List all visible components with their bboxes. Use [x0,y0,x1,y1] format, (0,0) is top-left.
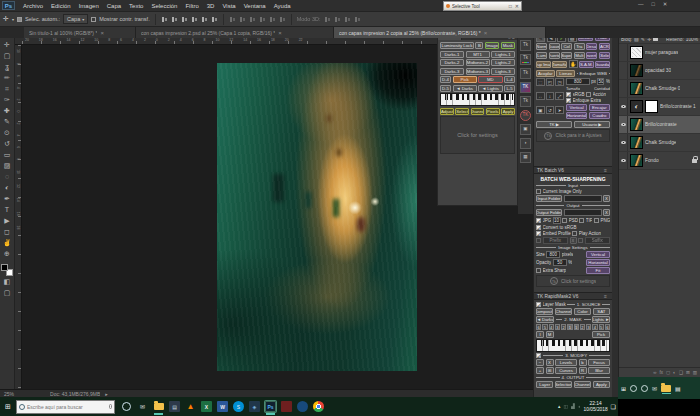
shape-tool[interactable]: ◻ [1,226,14,237]
mask-level-button[interactable]: 4 [592,324,597,330]
mask-view-button[interactable]: M [546,331,554,338]
mask-level-button[interactable]: 5 [599,324,604,330]
brush-tool[interactable]: ✎ [1,116,14,127]
document-icon[interactable]: ▤ [675,385,681,392]
panel-menu-icon[interactable]: ≡ [604,167,609,173]
super-button[interactable]: Super [561,52,572,59]
distribute-center-v-icon[interactable] [239,16,246,23]
darks-mask-button[interactable]: ◄ Darks [536,316,554,323]
mask-level-button[interactable]: 3 [586,324,591,330]
mask-level-button[interactable]: 6 [536,324,541,330]
photoshop-taskbar-icon[interactable]: Ps [265,401,276,412]
mask-level-button[interactable]: 2 [561,324,566,330]
show-transform-checkbox[interactable] [91,17,96,22]
document-tab-active[interactable]: con capas impresion 2 copia al 25% (Bril… [334,27,546,38]
lights-arrow-button[interactable]: ◄ Lights [478,85,502,92]
sat-source-button[interactable]: SAT [593,308,610,315]
visibility-toggle[interactable] [619,62,628,79]
visibility-toggle[interactable] [619,152,628,169]
layer-row-selected[interactable]: Brillo/contraste [619,116,700,134]
frame-panel-icon[interactable]: ▦ [520,152,531,163]
luminosity-keyboard[interactable] [440,93,515,106]
auto-select-target-dropdown[interactable]: Capa▾ [63,14,88,24]
b-button[interactable]: B [475,42,483,49]
new-layer-icon[interactable]: ⊞ [686,370,690,375]
close-icon[interactable]: ✕ [515,3,519,9]
lasso-tool[interactable]: ʓ [1,61,14,72]
layer-mask-checkbox[interactable] [536,302,541,307]
3d-mode-icon[interactable] [334,16,341,23]
tk-panel-icon[interactable]: Tk [520,40,531,51]
new-adjustment-icon[interactable]: ◐ [673,370,676,375]
mult-button[interactable]: Mult [574,52,585,59]
invert-mask-button[interactable]: I [536,331,544,338]
composite-button[interactable]: Composite [536,308,553,315]
chrome-icon[interactable] [313,401,324,412]
blackpoint-button[interactable]: b [579,359,587,366]
transform-icon[interactable]: ⬚ [536,78,545,86]
darks-2-button[interactable]: Darks-2 [440,59,464,66]
distribute-bottom-icon[interactable] [249,16,256,23]
align-left-icon[interactable] [161,16,168,23]
mask-level-button[interactable]: 2 [580,324,585,330]
mask-button[interactable]: Mask [501,42,515,49]
tk-panel-icon[interactable]: Tk [520,68,531,79]
menu-archivo[interactable]: Archivo [19,3,47,9]
pen-tool[interactable]: ✒ [1,193,14,204]
blur-button[interactable]: Blur [588,367,610,374]
mask-level-button[interactable]: 3 [555,324,560,330]
crop-tool[interactable]: ⌗ [1,83,14,94]
document-tab[interactable]: Sin título-1 al 100% (RGB/8*) * × [24,27,136,38]
minimize-icon[interactable]: □ [509,3,512,9]
explorer-icon[interactable] [661,385,671,392]
mail-icon[interactable]: ✉ [137,401,148,412]
edge-icon[interactable] [297,401,308,412]
hand-icon[interactable]: ✋ [569,60,578,68]
mt1-button[interactable]: MT1 [466,51,490,58]
status-arrow-icon[interactable]: ▸ [105,391,108,397]
close-window-icon[interactable]: ✕ [663,1,668,7]
adjustment-layer-icon[interactable]: ◐ [630,100,643,113]
3d-mode-icon[interactable] [324,16,331,23]
pick-button[interactable]: Pick [453,76,477,83]
sam-button[interactable]: S.A.M. [579,61,594,68]
image-button[interactable]: Image [485,42,499,49]
type-tool[interactable]: T [1,204,14,215]
clone-stamp-tool[interactable]: ⊙ [1,127,14,138]
transform-icon[interactable]: ◰ [546,78,555,86]
skype-icon[interactable]: S [233,401,244,412]
quick-mask-icon[interactable]: ◧ [1,276,14,287]
duplicate-image-button[interactable]: Dup Imag [536,61,551,68]
layer-thumbnail[interactable] [630,46,643,59]
cortana-icon[interactable] [630,385,637,392]
restore-window-icon[interactable]: □ [652,1,655,7]
menu-edicion[interactable]: Edición [47,3,75,9]
path-selection-tool[interactable]: ▶ [1,215,14,226]
modify-checkbox[interactable] [536,353,541,358]
desat-button[interactable]: Desat [586,43,597,50]
network-icon[interactable]: ▟ [571,404,575,409]
color-source-button[interactable]: Color [574,308,591,315]
d5-button[interactable]: D-5 [440,85,451,92]
suave-button[interactable]: Suave [549,43,560,50]
play-action-checkbox[interactable] [572,231,577,236]
rotate-icon[interactable]: ↺ [546,106,555,114]
close-tab-icon[interactable]: × [484,30,488,36]
canvas-button[interactable]: Lienzo [556,70,575,77]
explorer-icon[interactable] [153,401,164,412]
fit-button[interactable]: Encajar [589,104,610,111]
zoom-level[interactable]: 25% [4,391,14,397]
tk-panel-icon[interactable]: Tk [520,96,531,107]
app-icon[interactable]: ◈ [249,401,260,412]
layer-thumbnail[interactable] [630,64,643,77]
channel-source-button[interactable]: Channel [555,308,572,315]
align-center-v-icon[interactable] [201,16,208,23]
layer-row[interactable]: Fondo [619,152,700,170]
jpg-quality-field[interactable]: 10 [553,217,561,224]
mask-keyboard[interactable] [536,339,610,352]
png-checkbox[interactable] [594,218,599,223]
delete-layer-icon[interactable]: ▥ [693,370,697,375]
tra-button[interactable]: Tra [574,43,585,50]
microphone-icon[interactable] [109,404,112,409]
clear-button[interactable]: X [546,359,554,366]
